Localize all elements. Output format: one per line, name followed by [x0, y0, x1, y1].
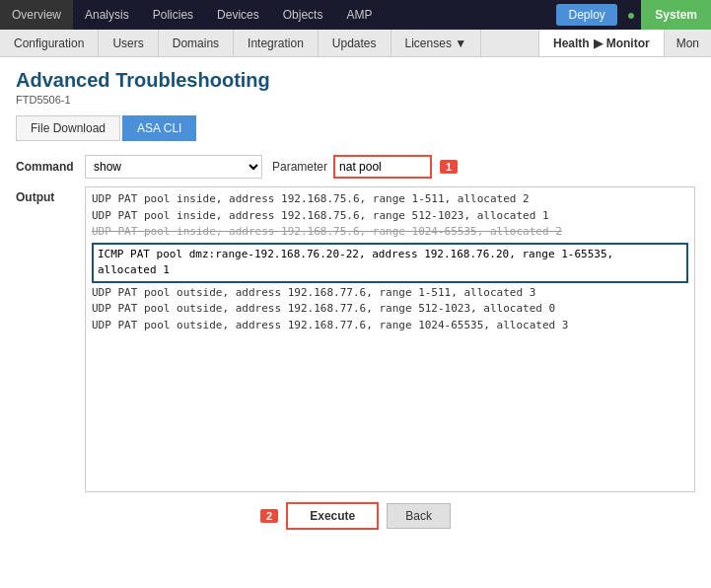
command-row: Command show debug ping traceroute packe… — [16, 155, 695, 179]
nav-devices[interactable]: Devices — [205, 0, 271, 30]
output-label: Output — [16, 186, 85, 204]
execute-button[interactable]: Execute — [286, 502, 379, 530]
nav-licenses[interactable]: Licenses ▼ — [391, 30, 482, 56]
nav-policies[interactable]: Policies — [141, 0, 205, 30]
command-label: Command — [16, 160, 85, 174]
nav-overview[interactable]: Overview — [0, 0, 73, 30]
page-subtitle: FTD5506-1 — [16, 94, 695, 106]
tab-file-download[interactable]: File Download — [16, 115, 120, 141]
monitor-label: Monitor — [606, 37, 650, 50]
tab-bar: File Download ASA CLI — [16, 115, 695, 141]
output-line-strikethrough: UDP PAT pool inside, address 192.168.75.… — [92, 224, 688, 241]
nav-configuration[interactable]: Configuration — [0, 30, 99, 56]
output-row: Output UDP PAT pool inside, address 192.… — [16, 186, 695, 492]
system-button[interactable]: System — [641, 0, 711, 30]
nav-integration[interactable]: Integration — [234, 30, 319, 56]
nav-users[interactable]: Users — [99, 30, 158, 56]
nav-spacer — [384, 0, 552, 30]
tab-asa-cli[interactable]: ASA CLI — [122, 115, 196, 141]
bottom-bar: 2 Execute Back — [16, 492, 695, 536]
param-label: Parameter — [272, 160, 327, 174]
second-navigation: Configuration Users Domains Integration … — [0, 30, 711, 57]
nav-health-monitor[interactable]: Health ▶ Monitor — [538, 30, 665, 56]
nav-mon[interactable]: Mon — [665, 30, 711, 56]
output-line: UDP PAT pool outside, address 192.168.77… — [92, 301, 688, 318]
output-line: UDP PAT pool inside, address 192.168.75.… — [92, 191, 688, 208]
top-navigation: Overview Analysis Policies Devices Objec… — [0, 0, 711, 30]
step2-badge: 2 — [260, 509, 278, 523]
step1-badge: 1 — [440, 160, 458, 174]
nav-updates[interactable]: Updates — [319, 30, 391, 56]
command-select[interactable]: show debug ping traceroute packet-tracer — [85, 155, 262, 179]
health-label: Health — [553, 37, 590, 50]
output-line: UDP PAT pool outside, address 192.168.77… — [92, 285, 688, 302]
second-nav-spacer — [481, 30, 538, 56]
nav-domains[interactable]: Domains — [159, 30, 234, 56]
output-box: UDP PAT pool inside, address 192.168.75.… — [85, 186, 695, 492]
deploy-button[interactable]: Deploy — [556, 4, 616, 26]
nav-amp[interactable]: AMP — [334, 0, 384, 30]
page-title: Advanced Troubleshooting — [16, 69, 695, 92]
nav-objects[interactable]: Objects — [271, 0, 335, 30]
deploy-status-icon: ● — [621, 0, 641, 30]
output-line-highlighted: ICMP PAT pool dmz:range-192.168.76.20-22… — [92, 243, 688, 283]
health-arrow: ▶ — [594, 37, 603, 50]
back-button[interactable]: Back — [387, 503, 451, 529]
page-content: Advanced Troubleshooting FTD5506-1 File … — [0, 57, 711, 588]
output-line: UDP PAT pool inside, address 192.168.75.… — [92, 208, 688, 225]
nav-analysis[interactable]: Analysis — [73, 0, 141, 30]
output-line: UDP PAT pool outside, address 192.168.77… — [92, 318, 688, 334]
param-input[interactable] — [333, 155, 432, 179]
